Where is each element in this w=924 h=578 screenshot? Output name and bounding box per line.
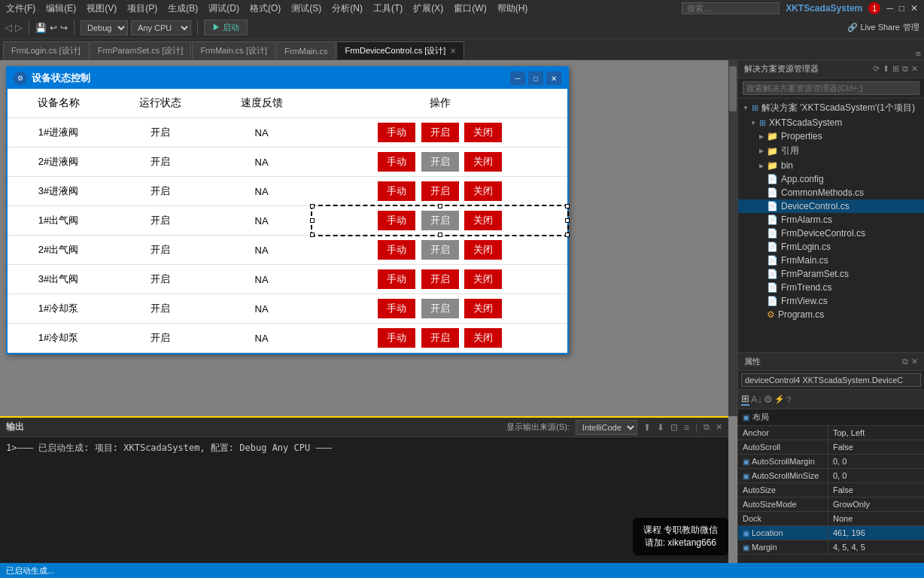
tree-item-app-config[interactable]: ▶ 📄 App.config [738, 172, 924, 186]
tree-item-device-control[interactable]: ▶ 📄 DeviceControl.cs [738, 199, 924, 213]
tree-item-ref[interactable]: ▶ 📁 引用 [738, 143, 924, 159]
output-toolbar-btn1[interactable]: ⬆ [643, 422, 651, 433]
panel-toggle-btn[interactable]: ≡ [915, 48, 921, 59]
prop-sort-cat[interactable]: ⊞ [741, 393, 749, 406]
menu-build[interactable]: 生成(B) [168, 2, 198, 15]
run-button[interactable]: ▶ 启动 [204, 20, 248, 35]
menu-edit[interactable]: 编辑(E) [46, 2, 76, 15]
btn-manual-6[interactable]: 手动 [378, 269, 415, 289]
btn-start-3[interactable]: 开启 [421, 181, 459, 201]
btn-start-6[interactable]: 开启 [421, 269, 459, 289]
tab-frm-main-design[interactable]: FrmMain.cs [设计] [192, 41, 275, 59]
back-btn[interactable]: ◁ [5, 22, 12, 33]
tree-item-bin[interactable]: ▶ 📁 bin [738, 159, 924, 172]
tree-item-frm-trend[interactable]: ▶ 📄 FrmTrend.cs [738, 281, 924, 294]
menu-debug[interactable]: 调试(D) [208, 2, 239, 15]
btn-stop-2[interactable]: 关闭 [464, 152, 502, 172]
tree-item-frm-view[interactable]: ▶ 📄 FrmView.cs [738, 294, 924, 308]
menu-test[interactable]: 测试(S) [291, 2, 321, 15]
tab-close-icon[interactable]: ✕ [450, 47, 456, 55]
tree-item-frm-device[interactable]: ▶ 📄 FrmDeviceControl.cs [738, 227, 924, 240]
config-select[interactable]: Debug [81, 20, 128, 35]
tree-item-properties[interactable]: ▶ 📁 Properties [738, 129, 924, 143]
menu-help[interactable]: 帮助(H) [497, 2, 528, 15]
forward-btn[interactable]: ▷ [15, 22, 23, 33]
menu-project[interactable]: 项目(P) [127, 2, 157, 15]
prop-group-layout[interactable]: ▣ 布局 [738, 409, 924, 426]
btn-start-4[interactable]: 开启 [421, 211, 459, 230]
btn-start-8[interactable]: 开启 [421, 328, 459, 348]
tree-item-frm-alarm[interactable]: ▶ 📄 FrmAlarm.cs [738, 213, 924, 227]
designer-scrollbar[interactable] [728, 60, 737, 416]
form-titlebar[interactable]: ⚙ 设备状态控制 ─ □ ✕ [8, 68, 567, 89]
btn-start-2[interactable]: 开启 [421, 152, 459, 172]
tree-item-program[interactable]: ▶ ⚙ Program.cs [738, 308, 924, 321]
menu-analyze[interactable]: 分析(N) [332, 2, 363, 15]
btn-stop-5[interactable]: 关闭 [464, 240, 502, 260]
tab-frm-main[interactable]: FrmMain.cs [276, 41, 336, 59]
solution-root[interactable]: ▼ ⊞ 解决方案 'XKTScadaSystem'(1个项目) [738, 100, 924, 116]
btn-manual-2[interactable]: 手动 [378, 152, 415, 172]
live-share-btn[interactable]: 🔗 Live Share [847, 23, 900, 32]
tree-item-frm-main[interactable]: ▶ 📄 FrmMain.cs [738, 254, 924, 267]
btn-start-7[interactable]: 开启 [421, 299, 459, 318]
sol-exp-prop-btn[interactable]: ⊞ [892, 64, 899, 74]
menu-extend[interactable]: 扩展(X) [413, 2, 443, 15]
prop-close-btn[interactable]: ✕ [911, 357, 918, 367]
output-toolbar-btn4[interactable]: ≡ [684, 422, 689, 433]
btn-start-5[interactable]: 开启 [421, 240, 459, 260]
btn-manual-8[interactable]: 手动 [378, 328, 415, 348]
menu-tools[interactable]: 工具(T) [373, 2, 403, 15]
btn-stop-1[interactable]: 关闭 [464, 123, 502, 142]
tree-item-common[interactable]: ▶ 📄 CommonMethods.cs [738, 186, 924, 199]
tree-item-frm-login[interactable]: ▶ 📄 FrmLogin.cs [738, 240, 924, 254]
prop-filter-btn[interactable]: ⚙ [764, 394, 773, 405]
sol-exp-close-btn[interactable]: ✕ [911, 64, 918, 74]
prop-float-btn[interactable]: ⧉ [902, 357, 908, 367]
form-minimize-btn[interactable]: ─ [510, 71, 525, 85]
minimize-button[interactable]: ─ [886, 3, 893, 14]
menu-format[interactable]: 格式(O) [250, 2, 281, 15]
maximize-button[interactable]: □ [899, 3, 904, 14]
prop-help-btn[interactable]: ? [786, 395, 791, 404]
output-source-select[interactable]: IntelliCode [576, 420, 637, 435]
btn-manual-3[interactable]: 手动 [378, 181, 415, 201]
btn-stop-6[interactable]: 关闭 [464, 269, 502, 289]
btn-manual-7[interactable]: 手动 [378, 299, 415, 318]
btn-stop-3[interactable]: 关闭 [464, 181, 502, 201]
undo-btn[interactable]: ↩ [50, 23, 57, 33]
output-toolbar-btn3[interactable]: ⊡ [670, 422, 678, 433]
menu-window[interactable]: 窗口(W) [454, 2, 486, 15]
save-btn[interactable]: 💾 [35, 23, 47, 33]
form-close-btn[interactable]: ✕ [546, 71, 561, 85]
tree-item-frm-param[interactable]: ▶ 📄 FrmParamSet.cs [738, 267, 924, 281]
tab-frm-login[interactable]: FrmLogin.cs [设计] [3, 41, 89, 59]
form-maximize-btn[interactable]: □ [528, 71, 543, 85]
sol-exp-sync-btn[interactable]: ⟳ [873, 64, 880, 74]
btn-start-1[interactable]: 开启 [421, 123, 459, 142]
btn-stop-4[interactable]: 关闭 [464, 211, 502, 230]
global-search[interactable] [682, 2, 780, 14]
close-button[interactable]: ✕ [910, 3, 918, 14]
output-close-btn[interactable]: ✕ [716, 422, 722, 432]
menu-file[interactable]: 文件(F) [6, 2, 35, 15]
btn-stop-8[interactable]: 关闭 [464, 328, 502, 348]
manage-btn[interactable]: 管理 [903, 22, 919, 33]
tab-frm-param[interactable]: FrmParamSet.cs [设计] [90, 41, 192, 59]
btn-manual-4[interactable]: 手动 [378, 211, 415, 230]
tab-frm-device[interactable]: FrmDeviceControl.cs [设计] ✕ [336, 41, 464, 59]
menu-view[interactable]: 视图(V) [87, 2, 117, 15]
platform-select[interactable]: Any CPU [131, 20, 191, 35]
prop-sort-alpha[interactable]: A↓ [751, 394, 762, 405]
btn-manual-5[interactable]: 手动 [378, 240, 415, 260]
output-toolbar-btn2[interactable]: ⬇ [657, 422, 664, 433]
sol-exp-collapse-btn[interactable]: ⬆ [883, 64, 889, 74]
sol-exp-float-btn[interactable]: ⧉ [902, 64, 908, 74]
output-float-btn[interactable]: ⧉ [704, 422, 710, 432]
solution-search[interactable] [743, 81, 919, 95]
redo-btn[interactable]: ↪ [60, 23, 68, 33]
project-root[interactable]: ▼ ⊞ XKTScadaSystem [738, 116, 924, 129]
prop-event-btn[interactable]: ⚡ [774, 394, 785, 404]
btn-manual-1[interactable]: 手动 [378, 123, 415, 142]
btn-stop-7[interactable]: 关闭 [464, 299, 502, 318]
